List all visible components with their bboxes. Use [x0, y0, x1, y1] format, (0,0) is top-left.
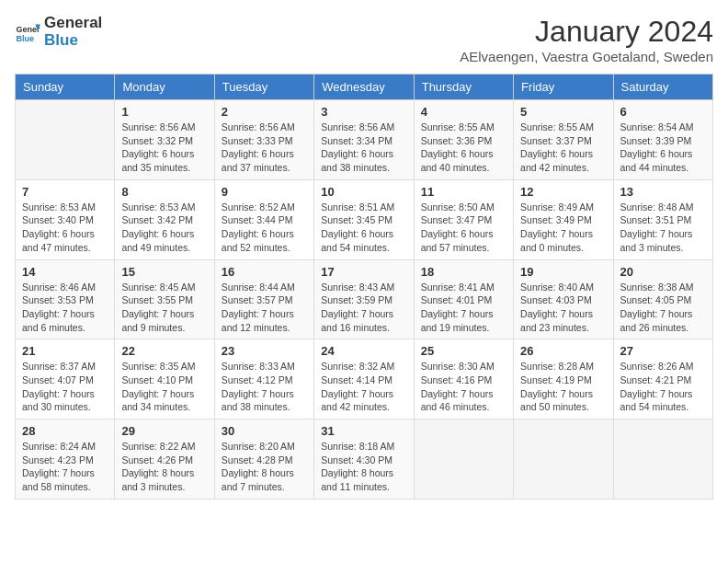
calendar-cell: 12Sunrise: 8:49 AMSunset: 3:49 PMDayligh…: [514, 179, 613, 259]
day-number: 29: [121, 424, 207, 438]
day-info: Sunrise: 8:20 AMSunset: 4:28 PMDaylight:…: [222, 440, 307, 494]
day-of-week-header: Friday: [514, 75, 613, 100]
calendar-cell: 14Sunrise: 8:46 AMSunset: 3:53 PMDayligh…: [16, 259, 115, 339]
day-info: Sunrise: 8:18 AMSunset: 4:30 PMDaylight:…: [321, 440, 406, 494]
day-info: Sunrise: 8:40 AMSunset: 4:03 PMDaylight:…: [520, 281, 606, 335]
day-of-week-header: Monday: [115, 75, 214, 100]
day-number: 4: [421, 105, 506, 119]
day-info: Sunrise: 8:52 AMSunset: 3:44 PMDaylight:…: [222, 201, 307, 255]
calendar-week-row: 21Sunrise: 8:37 AMSunset: 4:07 PMDayligh…: [16, 339, 713, 419]
day-number: 7: [22, 185, 108, 199]
day-number: 31: [321, 424, 406, 438]
logo-blue-text: Blue: [44, 32, 102, 50]
day-number: 28: [22, 424, 108, 438]
day-number: 15: [121, 265, 207, 279]
calendar-cell: 13Sunrise: 8:48 AMSunset: 3:51 PMDayligh…: [613, 179, 712, 259]
day-info: Sunrise: 8:46 AMSunset: 3:53 PMDaylight:…: [22, 281, 108, 335]
calendar-cell: 24Sunrise: 8:32 AMSunset: 4:14 PMDayligh…: [314, 339, 414, 419]
day-info: Sunrise: 8:55 AMSunset: 3:37 PMDaylight:…: [520, 121, 606, 175]
day-number: 30: [222, 424, 307, 438]
logo-icon: General Blue: [15, 19, 40, 45]
day-number: 19: [520, 265, 606, 279]
day-number: 10: [321, 185, 406, 199]
calendar-cell: 29Sunrise: 8:22 AMSunset: 4:26 PMDayligh…: [115, 419, 214, 500]
day-info: Sunrise: 8:50 AMSunset: 3:47 PMDaylight:…: [421, 201, 506, 255]
day-number: 24: [321, 344, 406, 358]
calendar-cell: 27Sunrise: 8:26 AMSunset: 4:21 PMDayligh…: [613, 339, 712, 419]
day-info: Sunrise: 8:56 AMSunset: 3:32 PMDaylight:…: [121, 121, 207, 175]
calendar-cell: 16Sunrise: 8:44 AMSunset: 3:57 PMDayligh…: [214, 259, 313, 339]
calendar-cell: 8Sunrise: 8:53 AMSunset: 3:42 PMDaylight…: [115, 179, 214, 259]
day-info: Sunrise: 8:48 AMSunset: 3:51 PMDaylight:…: [620, 201, 706, 255]
day-info: Sunrise: 8:44 AMSunset: 3:57 PMDaylight:…: [222, 281, 307, 335]
day-number: 9: [222, 185, 307, 199]
day-info: Sunrise: 8:53 AMSunset: 3:40 PMDaylight:…: [22, 201, 108, 255]
day-number: 6: [620, 105, 706, 119]
location-subtitle: AElvaengen, Vaestra Goetaland, Sweden: [460, 49, 713, 64]
day-info: Sunrise: 8:33 AMSunset: 4:12 PMDaylight:…: [222, 360, 307, 414]
day-info: Sunrise: 8:26 AMSunset: 4:21 PMDaylight:…: [620, 360, 706, 414]
logo: General Blue General Blue: [15, 15, 102, 49]
day-of-week-header: Wednesday: [314, 75, 414, 100]
calendar-cell: 26Sunrise: 8:28 AMSunset: 4:19 PMDayligh…: [514, 339, 613, 419]
day-number: 5: [520, 105, 606, 119]
svg-text:Blue: Blue: [16, 33, 34, 42]
day-of-week-header: Thursday: [414, 75, 513, 100]
calendar-week-row: 7Sunrise: 8:53 AMSunset: 3:40 PMDaylight…: [16, 179, 713, 259]
day-number: 1: [121, 105, 207, 119]
calendar-cell: 23Sunrise: 8:33 AMSunset: 4:12 PMDayligh…: [214, 339, 313, 419]
calendar-cell: 19Sunrise: 8:40 AMSunset: 4:03 PMDayligh…: [514, 259, 613, 339]
day-info: Sunrise: 8:22 AMSunset: 4:26 PMDaylight:…: [121, 440, 207, 494]
title-block: January 2024 AElvaengen, Vaestra Goetala…: [460, 15, 713, 64]
calendar-cell: [613, 419, 712, 500]
logo-general-text: General: [44, 15, 102, 32]
day-info: Sunrise: 8:38 AMSunset: 4:05 PMDaylight:…: [620, 281, 706, 335]
day-number: 20: [620, 265, 706, 279]
day-info: Sunrise: 8:55 AMSunset: 3:36 PMDaylight:…: [421, 121, 506, 175]
day-number: 14: [22, 265, 108, 279]
calendar-cell: [16, 100, 115, 180]
day-number: 25: [421, 344, 506, 358]
day-number: 18: [421, 265, 506, 279]
calendar-cell: 31Sunrise: 8:18 AMSunset: 4:30 PMDayligh…: [314, 419, 414, 500]
day-number: 3: [321, 105, 406, 119]
day-number: 16: [222, 265, 307, 279]
day-number: 26: [520, 344, 606, 358]
day-number: 12: [520, 185, 606, 199]
day-number: 23: [222, 344, 307, 358]
page-header: General Blue General Blue January 2024 A…: [15, 15, 713, 64]
calendar-cell: 17Sunrise: 8:43 AMSunset: 3:59 PMDayligh…: [314, 259, 414, 339]
day-info: Sunrise: 8:51 AMSunset: 3:45 PMDaylight:…: [321, 201, 406, 255]
day-number: 27: [620, 344, 706, 358]
calendar-cell: 7Sunrise: 8:53 AMSunset: 3:40 PMDaylight…: [16, 179, 115, 259]
calendar-cell: 25Sunrise: 8:30 AMSunset: 4:16 PMDayligh…: [414, 339, 513, 419]
calendar-cell: 10Sunrise: 8:51 AMSunset: 3:45 PMDayligh…: [314, 179, 414, 259]
calendar-cell: 18Sunrise: 8:41 AMSunset: 4:01 PMDayligh…: [414, 259, 513, 339]
day-number: 22: [121, 344, 207, 358]
day-info: Sunrise: 8:56 AMSunset: 3:33 PMDaylight:…: [222, 121, 307, 175]
calendar-header-row: SundayMondayTuesdayWednesdayThursdayFrid…: [16, 75, 713, 100]
day-info: Sunrise: 8:30 AMSunset: 4:16 PMDaylight:…: [421, 360, 506, 414]
day-number: 21: [22, 344, 108, 358]
day-info: Sunrise: 8:45 AMSunset: 3:55 PMDaylight:…: [121, 281, 207, 335]
day-number: 2: [222, 105, 307, 119]
calendar-week-row: 28Sunrise: 8:24 AMSunset: 4:23 PMDayligh…: [16, 419, 713, 500]
day-info: Sunrise: 8:28 AMSunset: 4:19 PMDaylight:…: [520, 360, 606, 414]
month-title: January 2024: [460, 15, 713, 49]
calendar-cell: 30Sunrise: 8:20 AMSunset: 4:28 PMDayligh…: [214, 419, 313, 500]
calendar-cell: 5Sunrise: 8:55 AMSunset: 3:37 PMDaylight…: [514, 100, 613, 180]
day-info: Sunrise: 8:53 AMSunset: 3:42 PMDaylight:…: [121, 201, 207, 255]
calendar-cell: 20Sunrise: 8:38 AMSunset: 4:05 PMDayligh…: [613, 259, 712, 339]
day-of-week-header: Tuesday: [214, 75, 313, 100]
calendar-week-row: 1Sunrise: 8:56 AMSunset: 3:32 PMDaylight…: [16, 100, 713, 180]
day-info: Sunrise: 8:35 AMSunset: 4:10 PMDaylight:…: [121, 360, 207, 414]
day-info: Sunrise: 8:24 AMSunset: 4:23 PMDaylight:…: [22, 440, 108, 494]
calendar-cell: [514, 419, 613, 500]
day-of-week-header: Saturday: [613, 75, 712, 100]
calendar-cell: 9Sunrise: 8:52 AMSunset: 3:44 PMDaylight…: [214, 179, 313, 259]
day-info: Sunrise: 8:54 AMSunset: 3:39 PMDaylight:…: [620, 121, 706, 175]
day-number: 11: [421, 185, 506, 199]
calendar-table: SundayMondayTuesdayWednesdayThursdayFrid…: [15, 74, 713, 500]
day-number: 17: [321, 265, 406, 279]
day-info: Sunrise: 8:37 AMSunset: 4:07 PMDaylight:…: [22, 360, 108, 414]
